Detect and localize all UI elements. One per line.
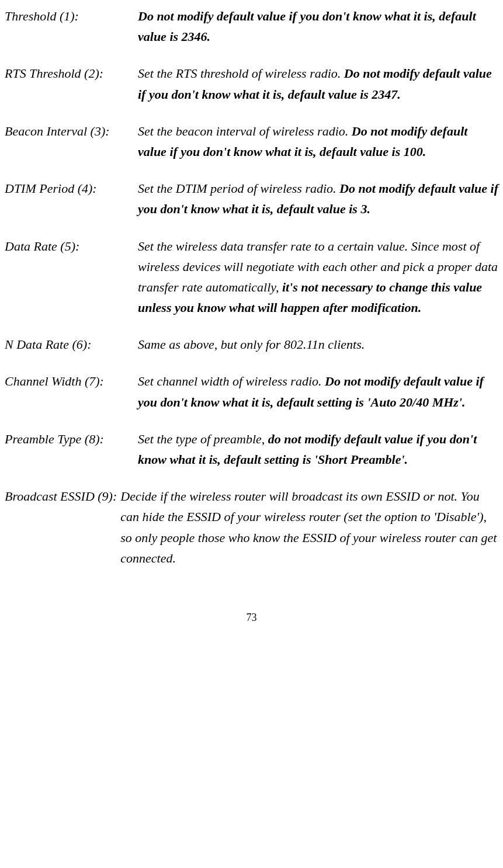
desc-pre: Set the type of preamble,	[138, 432, 268, 446]
definition-label: Data Rate (5):	[5, 236, 138, 318]
desc-pre: Decide if the wireless router will broad…	[120, 489, 497, 565]
definition-item: N Data Rate (6): Same as above, but only…	[5, 334, 498, 355]
definition-item: Threshold (1): Do not modify default val…	[5, 6, 498, 47]
definition-description: Set the type of preamble, do not modify …	[138, 429, 498, 470]
definition-item: Data Rate (5): Set the wireless data tra…	[5, 236, 498, 318]
definition-item: DTIM Period (4): Set the DTIM period of …	[5, 178, 498, 219]
definition-label: Beacon Interval (3):	[5, 121, 138, 162]
definition-description: Do not modify default value if you don't…	[138, 6, 498, 47]
definition-item: Broadcast ESSID (9): Decide if the wirel…	[5, 486, 498, 568]
definition-label: Threshold (1):	[5, 6, 138, 47]
desc-pre: Set the RTS threshold of wireless radio.	[138, 66, 344, 81]
definition-description: Set the wireless data transfer rate to a…	[138, 236, 498, 318]
definition-description: Set the RTS threshold of wireless radio.…	[138, 63, 498, 104]
definition-label: DTIM Period (4):	[5, 178, 138, 219]
desc-pre: Set the beacon interval of wireless radi…	[138, 124, 352, 138]
definition-description: Same as above, but only for 802.11n clie…	[138, 334, 498, 355]
definition-item: Beacon Interval (3): Set the beacon inte…	[5, 121, 498, 162]
desc-pre: Same as above, but only for 802.11n clie…	[138, 337, 365, 352]
desc-pre: Set the DTIM period of wireless radio.	[138, 181, 339, 196]
desc-pre: Set channel width of wireless radio.	[138, 374, 325, 388]
definition-label: Broadcast ESSID (9):	[5, 486, 120, 568]
definition-label: Preamble Type (8):	[5, 429, 138, 470]
definition-item: Channel Width (7): Set channel width of …	[5, 371, 498, 412]
definition-label: Channel Width (7):	[5, 371, 138, 412]
definition-item: Preamble Type (8): Set the type of pream…	[5, 429, 498, 470]
definition-description: Set channel width of wireless radio. Do …	[138, 371, 498, 412]
definition-description: Set the beacon interval of wireless radi…	[138, 121, 498, 162]
definition-label: N Data Rate (6):	[5, 334, 138, 355]
definition-label: RTS Threshold (2):	[5, 63, 138, 104]
definition-description: Set the DTIM period of wireless radio. D…	[138, 178, 498, 219]
definition-description: Decide if the wireless router will broad…	[120, 486, 498, 568]
definition-item: RTS Threshold (2): Set the RTS threshold…	[5, 63, 498, 104]
desc-bold: Do not modify default value if you don't…	[138, 9, 476, 44]
page-number: 73	[5, 609, 498, 626]
